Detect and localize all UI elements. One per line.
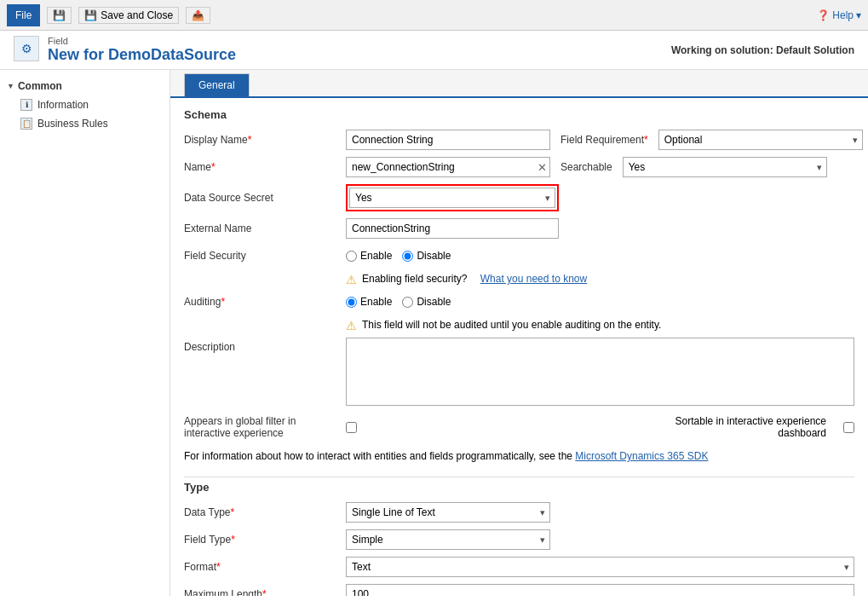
- format-select[interactable]: Text Email URL Phone Ticker Symbol: [346, 557, 854, 577]
- max-length-row: Maximum Length*: [184, 584, 854, 596]
- description-label: Description: [184, 338, 346, 353]
- auditing-label: Auditing*: [184, 296, 346, 308]
- field-icon: ⚙: [14, 36, 39, 61]
- sidebar: Common ℹ Information 📋 Business Rules: [0, 70, 170, 596]
- file-button[interactable]: File: [7, 4, 40, 26]
- name-input-wrapper: ✕: [346, 157, 550, 177]
- data-type-row: Data Type* Single Line of Text Multiple …: [184, 502, 854, 523]
- field-security-radio-group: Enable Disable: [346, 250, 451, 262]
- field-requirement-select-wrapper: Optional Business Required Business Reco…: [658, 130, 863, 150]
- field-type-label: Field Type*: [184, 534, 346, 546]
- description-textarea[interactable]: [346, 338, 854, 406]
- help-icon: ❓: [817, 9, 830, 21]
- name-input[interactable]: [346, 157, 550, 177]
- sdk-link[interactable]: Microsoft Dynamics 365 SDK: [575, 450, 708, 462]
- format-label: Format*: [184, 561, 346, 573]
- external-name-row: External Name: [184, 218, 854, 239]
- main-layout: Common ℹ Information 📋 Business Rules Ge…: [0, 70, 868, 596]
- field-requirement-label: Field Requirement*: [560, 134, 648, 146]
- type-section-title: Type: [184, 481, 854, 494]
- max-length-control: [346, 584, 854, 596]
- header-text: Field New for DemoDataSource: [48, 36, 236, 64]
- export-button[interactable]: 📤: [186, 7, 210, 24]
- field-security-warning-row: ⚠ Enabling field security? What you need…: [346, 273, 854, 286]
- export-icon: 📤: [192, 9, 204, 21]
- appears-global-filter-checkbox[interactable]: [346, 422, 357, 433]
- help-button[interactable]: ❓ Help ▾: [817, 9, 861, 21]
- display-name-row: Display Name* Field Requirement* Optiona…: [184, 130, 854, 150]
- save-close-label: Save and Close: [101, 9, 173, 21]
- page-title: New for DemoDataSource: [48, 46, 236, 64]
- sidebar-item-information[interactable]: ℹ Information: [0, 95, 170, 114]
- tab-bar: General: [170, 70, 868, 98]
- name-control-pair: ✕ Searchable Yes No: [346, 157, 854, 177]
- data-source-secret-row: Data Source Secret Yes No: [184, 184, 854, 211]
- data-source-secret-label: Data Source Secret: [184, 192, 346, 204]
- save-icon: 💾: [53, 9, 66, 21]
- tab-general[interactable]: General: [184, 73, 250, 96]
- field-type-select[interactable]: Simple Calculated Rollup: [346, 529, 550, 550]
- data-source-secret-select[interactable]: Yes No: [349, 188, 555, 208]
- data-type-select[interactable]: Single Line of Text Multiple Lines of Te…: [346, 502, 550, 523]
- warning-triangle-icon: ⚠: [346, 273, 357, 286]
- auditing-enable-radio[interactable]: [346, 297, 357, 308]
- schema-section-title: Schema: [184, 108, 854, 121]
- field-type-select-wrapper: Simple Calculated Rollup: [346, 529, 550, 550]
- sortable-dashboard-label: Sortable in interactive experience dashb…: [639, 415, 826, 439]
- business-rules-icon: 📋: [20, 118, 32, 130]
- external-name-control: [346, 218, 559, 239]
- display-name-label: Display Name*: [184, 134, 346, 146]
- page-subtitle: Field: [48, 36, 236, 46]
- field-security-disable-radio[interactable]: [402, 251, 413, 262]
- format-row: Format* Text Email URL Phone Ticker Symb…: [184, 557, 854, 577]
- max-length-label: Maximum Length*: [184, 588, 346, 596]
- display-name-control-pair: Field Requirement* Optional Business Req…: [346, 130, 863, 150]
- form-content: Schema Display Name* Field Requirement* …: [170, 98, 868, 596]
- field-security-link[interactable]: What you need to know: [480, 273, 587, 285]
- auditing-disable-radio[interactable]: [402, 297, 413, 308]
- searchable-label: Searchable: [560, 161, 612, 173]
- sortable-dashboard-checkbox[interactable]: [843, 422, 854, 433]
- auditing-warning-icon: ⚠: [346, 319, 357, 332]
- description-control: [346, 338, 854, 408]
- sidebar-section-common: Common: [0, 77, 170, 95]
- info-text-row: For information about how to interact wi…: [184, 446, 854, 466]
- searchable-select-wrapper: Yes No: [623, 157, 827, 177]
- searchable-select[interactable]: Yes No: [623, 157, 827, 177]
- save-icon-button[interactable]: 💾: [47, 7, 72, 24]
- page-header: ⚙ Field New for DemoDataSource Working o…: [0, 31, 868, 70]
- save-close-icon: 💾: [84, 9, 97, 21]
- name-clear-button[interactable]: ✕: [537, 161, 547, 174]
- auditing-radio-group: Enable Disable: [346, 296, 451, 308]
- auditing-enable-label[interactable]: Enable: [346, 296, 392, 308]
- toolbar: File 💾 💾 Save and Close 📤 ❓ Help ▾: [0, 0, 868, 31]
- external-name-label: External Name: [184, 222, 346, 234]
- max-length-input[interactable]: [346, 584, 854, 596]
- sidebar-item-business-rules[interactable]: 📋 Business Rules: [0, 114, 170, 133]
- auditing-disable-label[interactable]: Disable: [402, 296, 451, 308]
- help-label: Help: [832, 9, 854, 21]
- filter-sortable-row: Appears in global filter in interactive …: [184, 415, 854, 439]
- auditing-row: Auditing* Enable Disable: [184, 292, 854, 312]
- field-requirement-select[interactable]: Optional Business Required Business Reco…: [658, 130, 863, 150]
- section-divider: [184, 477, 854, 477]
- field-security-disable-label[interactable]: Disable: [402, 250, 451, 262]
- data-source-secret-highlighted: Yes No: [346, 184, 559, 211]
- external-name-input[interactable]: [346, 218, 559, 239]
- field-security-enable-radio[interactable]: [346, 251, 357, 262]
- format-select-wrapper: Text Email URL Phone Ticker Symbol: [346, 557, 854, 577]
- data-source-secret-select-wrapper: Yes No: [349, 188, 555, 208]
- info-text: For information about how to interact wi…: [184, 450, 572, 462]
- solution-info: Working on solution: Default Solution: [671, 36, 854, 56]
- auditing-warning-row: ⚠ This field will not be audited until y…: [346, 319, 854, 332]
- name-row: Name* ✕ Searchable Yes No: [184, 157, 854, 177]
- field-security-enable-label[interactable]: Enable: [346, 250, 392, 262]
- sidebar-item-business-rules-label: Business Rules: [37, 118, 108, 130]
- field-security-warning-text: Enabling field security?: [362, 273, 467, 285]
- field-security-row: Field Security Enable Disable: [184, 246, 854, 266]
- save-close-button[interactable]: 💾 Save and Close: [78, 7, 179, 24]
- information-icon: ℹ: [20, 99, 32, 111]
- display-name-input[interactable]: [346, 130, 550, 150]
- field-type-row: Field Type* Simple Calculated Rollup: [184, 529, 854, 550]
- sidebar-item-information-label: Information: [37, 99, 89, 111]
